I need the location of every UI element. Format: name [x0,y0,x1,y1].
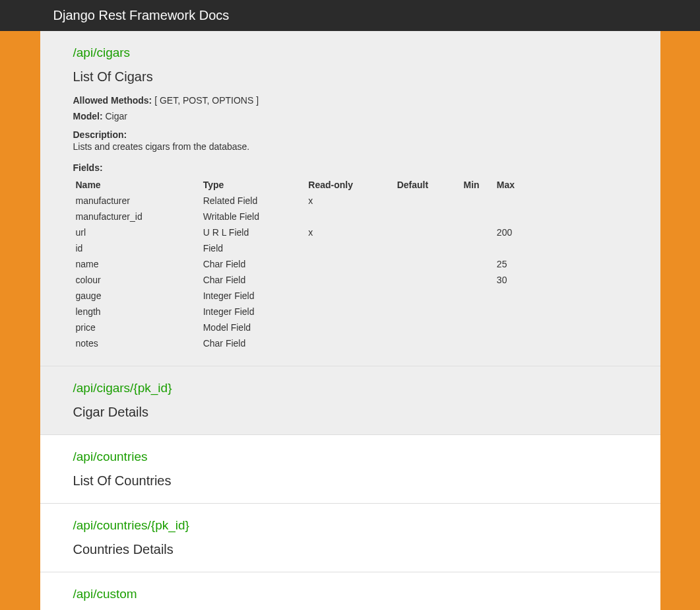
cell-readonly: x [305,224,394,240]
cell-min [461,272,493,288]
cell-min [461,320,493,335]
cell-name: colour [73,272,201,288]
endpoint-url[interactable]: /api/countries/{pk_id} [73,518,627,533]
col-readonly: Read-only [305,177,394,193]
cell-readonly [305,320,394,335]
cell-type: Integer Field [201,304,306,320]
cell-name: name [73,256,201,272]
allowed-methods-value: [ GET, POST, OPTIONS ] [154,95,259,106]
cell-max [494,193,627,209]
cell-name: notes [73,335,201,351]
table-row: notesChar Field [73,335,627,351]
fields-label: Fields: [73,162,627,173]
table-row: gaugeInteger Field [73,288,627,304]
cell-readonly [305,288,394,304]
endpoint-title: Cigar Details [73,405,627,420]
cell-max [494,240,627,256]
cell-max: 25 [494,256,627,272]
endpoint-title: List Of Countries [73,473,627,489]
cell-type: U R L Field [201,224,306,240]
cell-type: Related Field [201,193,306,209]
cell-min [461,240,493,256]
endpoint-title: List Of Cigars [73,69,627,85]
endpoint-cigars: /api/cigars List Of Cigars Allowed Metho… [40,31,660,366]
cell-type: Field [201,240,306,256]
cell-max [494,288,627,304]
allowed-methods-row: Allowed Methods: [ GET, POST, OPTIONS ] [73,95,627,106]
endpoint-title: Countries Details [73,542,627,557]
allowed-methods-label: Allowed Methods: [73,95,152,106]
table-row: priceModel Field [73,320,627,335]
cell-name: length [73,304,201,320]
fields-header-row: Name Type Read-only Default Min Max [73,177,627,193]
cell-readonly [305,304,394,320]
cell-max [494,320,627,335]
cell-default [395,304,461,320]
model-row: Model: Cigar [73,111,627,121]
col-min: Min [461,177,493,193]
cell-name: gauge [73,288,201,304]
cell-type: Char Field [201,272,306,288]
cell-max [494,335,627,351]
cell-min [461,256,493,272]
cell-default [395,335,461,351]
cell-readonly [305,272,394,288]
cell-name: id [73,240,201,256]
cell-name: manufacturer_id [73,209,201,224]
endpoint-url[interactable]: /api/cigars [73,46,627,60]
cell-min [461,209,493,224]
table-row: urlU R L Fieldx200 [73,224,627,240]
cell-type: Char Field [201,256,306,272]
col-type: Type [201,177,306,193]
cell-type: Writable Field [201,209,306,224]
table-row: colourChar Field30 [73,272,627,288]
cell-default [395,256,461,272]
col-default: Default [395,177,461,193]
cell-max: 200 [494,224,627,240]
cell-default [395,320,461,335]
table-row: idField [73,240,627,256]
cell-readonly: x [305,193,394,209]
endpoint-url[interactable]: /api/custom [73,587,627,601]
brand-title[interactable]: Django Rest Framework Docs [53,8,230,22]
endpoint-url[interactable]: /api/countries [73,450,627,464]
doc-container: /api/cigars List Of Cigars Allowed Metho… [40,31,660,610]
endpoint-url[interactable]: /api/cigars/{pk_id} [73,381,627,395]
col-max: Max [494,177,627,193]
cell-type: Char Field [201,335,306,351]
cell-readonly [305,209,394,224]
cell-name: price [73,320,201,335]
cell-min [461,304,493,320]
cell-max [494,209,627,224]
cell-readonly [305,335,394,351]
endpoint-cigar-details: /api/cigars/{pk_id} Cigar Details [40,366,660,435]
description-text: Lists and creates cigars from the databa… [73,141,627,152]
cell-default [395,224,461,240]
endpoint-countries-details: /api/countries/{pk_id} Countries Details [40,504,660,572]
cell-max [494,304,627,320]
table-row: manufacturer_idWritable Field [73,209,627,224]
cell-min [461,193,493,209]
table-row: nameChar Field25 [73,256,627,272]
model-value: Cigar [106,111,127,121]
col-name: Name [73,177,201,193]
cell-readonly [305,240,394,256]
cell-max: 30 [494,272,627,288]
cell-default [395,193,461,209]
description-label-row: Description: [73,129,627,140]
cell-default [395,240,461,256]
cell-type: Integer Field [201,288,306,304]
cell-min [461,224,493,240]
table-row: manufacturerRelated Fieldx [73,193,627,209]
cell-readonly [305,256,394,272]
cell-name: url [73,224,201,240]
cell-default [395,288,461,304]
model-label: Model: [73,111,103,121]
cell-default [395,209,461,224]
endpoint-countries: /api/countries List Of Countries [40,435,660,504]
cell-default [395,272,461,288]
cell-type: Model Field [201,320,306,335]
cell-name: manufacturer [73,193,201,209]
fields-table: Name Type Read-only Default Min Max manu… [73,177,627,351]
topbar: Django Rest Framework Docs [0,0,700,31]
